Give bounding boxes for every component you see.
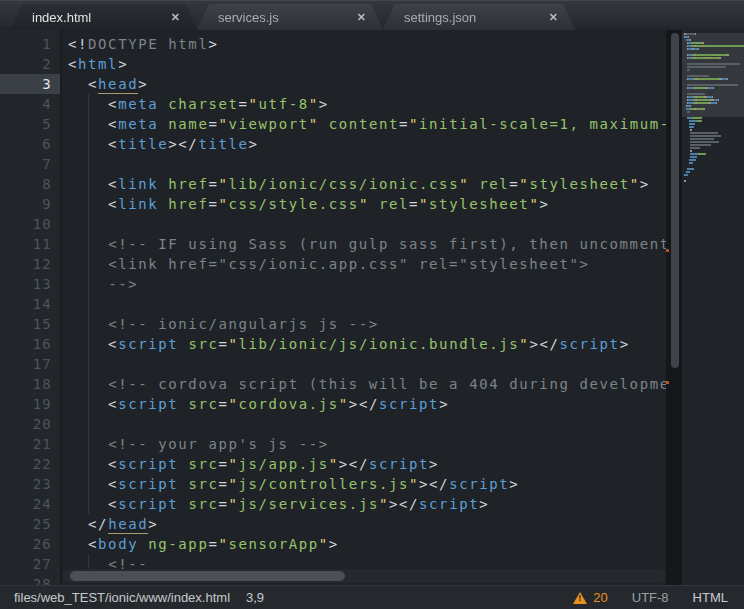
code-token [138,536,148,552]
code-token: < [68,456,118,472]
code-line[interactable]: <script src="js/app.js"></script> [0,454,666,474]
code-token: = [218,496,228,512]
code-token: DOCTYPE html [88,36,208,52]
code-line[interactable]: <meta charset="utf-8"> [0,94,666,114]
code-token: ></ [349,396,379,412]
code-token: <!-- your app's js --> [108,436,329,452]
warning-badge[interactable]: ! 20 [573,590,607,605]
code-token: < [68,536,98,552]
tab-label: services.js [218,4,279,31]
code-token: stylesheet [429,196,529,212]
code-line[interactable] [0,354,666,374]
code-token: " [249,96,259,112]
encoding-status[interactable]: UTF-8 [632,590,669,605]
code-line[interactable] [0,214,666,234]
code-line[interactable]: <head> [0,74,666,94]
code-token: css/style.css [229,196,359,212]
code-line[interactable]: <!-- IF using Sass (run gulp sass first)… [0,234,666,254]
code-line[interactable]: <body ng-app="sensorApp"> [0,534,666,554]
minimap[interactable] [682,30,744,585]
code-token: " [459,176,469,192]
code-token: > [249,136,259,152]
lint-mark [666,381,669,384]
code-token: ></ [168,136,198,152]
code-token: script [379,396,439,412]
code-token: " [339,396,349,412]
code-token: name [168,116,208,132]
code-token: " [229,496,239,512]
tab-index-html[interactable]: index.html✕ [10,4,198,31]
code-token: > [148,516,158,532]
code-view[interactable]: <!DOCTYPE html><html> <head> <meta chars… [0,34,666,585]
code-line[interactable]: <meta name="viewport" content="initial-s… [0,114,666,134]
code-token: < [68,56,78,72]
close-icon[interactable]: ✕ [549,4,558,31]
code-token: ></ [419,476,449,492]
code-token [469,176,479,192]
code-token: " [309,116,319,132]
code-line[interactable] [0,294,666,314]
code-line[interactable]: <link href="lib/ionic/css/ionic.css" rel… [0,174,666,194]
code-token: > [429,456,439,472]
code-line[interactable]: <script src="lib/ionic/js/ionic.bundle.j… [0,334,666,354]
code-token: script [118,476,178,492]
tab-settings-json[interactable]: settings.json✕ [382,4,576,31]
code-line[interactable]: <!DOCTYPE html> [0,34,666,54]
code-token: = [208,176,218,192]
horizontal-scrollbar-thumb[interactable] [70,571,345,581]
code-token: < [68,396,118,412]
code-token: = [208,536,218,552]
close-icon[interactable]: ✕ [171,4,180,31]
code-token: > [509,476,519,492]
cursor-position-status: 3,9 [246,590,264,605]
code-token: " [218,176,228,192]
code-token: < [68,196,118,212]
code-token: < [68,116,118,132]
code-token: stylesheet [529,176,629,192]
code-token: " [229,476,239,492]
code-token: script [449,476,509,492]
code-line[interactable] [0,414,666,434]
close-icon[interactable]: ✕ [357,4,366,31]
syntax-status[interactable]: HTML [693,590,728,605]
editor-area[interactable]: 1234567891011121314151617181920212223242… [0,30,744,585]
code-line[interactable] [0,154,666,174]
code-token: = [399,116,409,132]
code-token: = [239,96,249,112]
status-bar: files/web_TEST/ionic/www/index.html 3,9 … [0,585,744,609]
code-token: " [409,476,419,492]
code-token: " [379,496,389,512]
code-line[interactable]: <script src="js/services.js"></script> [0,494,666,514]
code-token: " [229,336,239,352]
vertical-scrollbar-thumb[interactable] [671,33,679,368]
code-token [369,196,379,212]
code-token: < [68,76,98,92]
code-token [319,116,329,132]
code-token: title [118,136,168,152]
code-token: > [319,96,329,112]
code-token: cordova.js [239,396,339,412]
tab-bar: index.html✕services.js✕settings.json✕ [0,0,744,30]
code-line[interactable]: <html> [0,54,666,74]
code-token [178,496,188,512]
code-line[interactable]: <title></title> [0,134,666,154]
code-line[interactable]: <!-- cordova script (this will be a 404 … [0,374,666,394]
code-line[interactable]: --> [0,274,666,294]
code-line[interactable]: <!-- your app's js --> [0,434,666,454]
code-line[interactable]: <!-- ionic/angularjs js --> [0,314,666,334]
code-token: rel [379,196,409,212]
code-token: " [309,96,319,112]
code-line[interactable]: <link href="css/style.css" rel="styleshe… [0,194,666,214]
tab-services-js[interactable]: services.js✕ [196,4,384,31]
code-line[interactable]: <script src="js/controllers.js"></script… [0,474,666,494]
code-line[interactable]: <script src="cordova.js"></script> [0,394,666,414]
code-token: ></ [389,496,419,512]
code-token: src [188,456,218,472]
code-token: src [188,496,218,512]
code-line[interactable]: </head> [0,514,666,534]
code-token: content [329,116,399,132]
code-token: js/services.js [239,496,379,512]
code-token: " [519,176,529,192]
code-token: > [118,56,128,72]
code-line[interactable]: <link href="css/ionic.app.css" rel="styl… [0,254,666,274]
